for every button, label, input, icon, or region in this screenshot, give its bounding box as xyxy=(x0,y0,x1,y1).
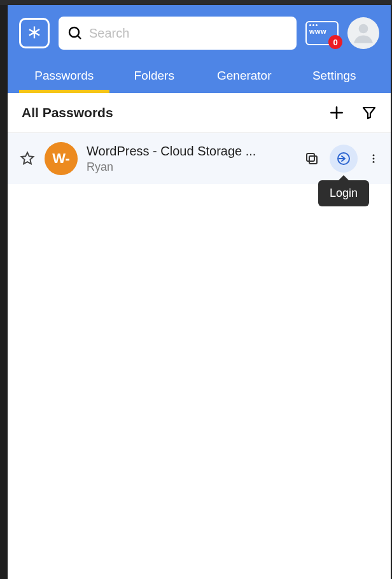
asterisk-icon xyxy=(25,24,43,42)
item-actions: Login xyxy=(304,145,379,173)
header: www 0 Passwords Folders Generator Settin… xyxy=(8,5,391,93)
www-dots xyxy=(309,24,335,26)
add-icon[interactable] xyxy=(328,104,345,121)
login-tooltip: Login xyxy=(318,180,369,206)
login-button[interactable]: Login xyxy=(330,145,358,173)
search-icon xyxy=(67,25,83,41)
notification-badge: 0 xyxy=(328,35,342,49)
tab-settings[interactable]: Settings xyxy=(290,61,380,93)
browser-chrome xyxy=(0,0,392,5)
section-title: All Passwords xyxy=(22,105,113,120)
filter-icon[interactable] xyxy=(361,105,377,120)
app-logo[interactable] xyxy=(19,18,50,48)
svg-point-4 xyxy=(373,154,375,156)
header-row: www 0 xyxy=(19,17,379,50)
item-title: WordPress - Cloud Storage ... xyxy=(87,144,295,159)
tab-folders[interactable]: Folders xyxy=(109,61,200,93)
svg-rect-1 xyxy=(309,156,317,164)
tab-passwords[interactable]: Passwords xyxy=(19,61,109,93)
section-actions xyxy=(328,104,377,121)
copy-icon[interactable] xyxy=(304,151,319,166)
login-icon xyxy=(336,151,351,166)
section-header: All Passwords xyxy=(8,93,391,133)
search-input[interactable] xyxy=(89,26,288,41)
item-subtitle: Ryan xyxy=(87,161,295,174)
tab-generator[interactable]: Generator xyxy=(199,61,290,93)
www-label: www xyxy=(309,27,335,35)
search-box[interactable] xyxy=(59,17,297,50)
autofill-sites-button[interactable]: www 0 xyxy=(305,21,339,45)
extension-panel: www 0 Passwords Folders Generator Settin… xyxy=(8,5,391,579)
password-item[interactable]: W- WordPress - Cloud Storage ... Ryan Lo… xyxy=(8,133,391,184)
item-avatar: W- xyxy=(45,142,78,175)
account-avatar[interactable] xyxy=(347,17,379,49)
tab-bar: Passwords Folders Generator Settings xyxy=(19,61,379,93)
favorite-star-icon[interactable] xyxy=(19,150,36,167)
svg-point-0 xyxy=(359,24,368,34)
user-icon xyxy=(350,20,377,46)
svg-point-6 xyxy=(373,161,375,163)
item-text: WordPress - Cloud Storage ... Ryan xyxy=(87,144,295,174)
svg-point-5 xyxy=(373,158,375,160)
svg-rect-2 xyxy=(307,154,314,161)
more-icon[interactable] xyxy=(368,151,379,166)
